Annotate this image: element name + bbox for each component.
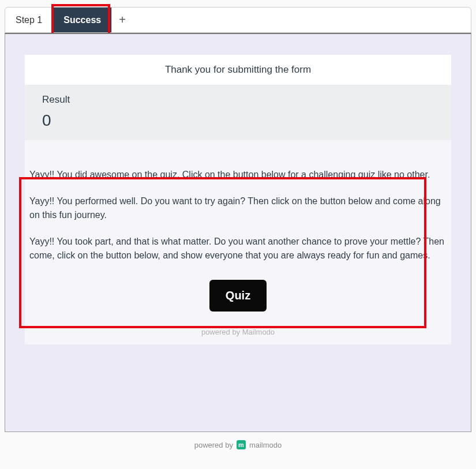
message-high-score: Yayy!! You did awesome on the quiz. Clic…: [29, 168, 447, 182]
thankyou-message: Thank you for submitting the form: [25, 55, 451, 85]
tabs-row: Step 1 Success +: [5, 7, 471, 33]
message-low-score: Yayy!! You took part, and that is what m…: [29, 235, 447, 262]
result-value: 0: [42, 111, 434, 130]
spacer: [25, 140, 451, 156]
result-messages: Yayy!! You did awesome on the quiz. Clic…: [25, 156, 451, 274]
footer-brand: mailmodo: [249, 441, 282, 449]
form-preview: Thank you for submitting the form Result…: [25, 55, 451, 344]
quiz-button-row: Quiz: [25, 280, 451, 312]
mailmodo-logo-icon: m: [237, 440, 246, 449]
footer-prefix: powered by: [194, 441, 233, 449]
footer: powered by m mailmodo: [0, 440, 476, 449]
tab-success[interactable]: Success: [53, 7, 112, 32]
message-mid-score: Yayy!! You performed well. Do you want t…: [29, 194, 447, 222]
result-label: Result: [42, 94, 434, 106]
tab-step-1[interactable]: Step 1: [5, 7, 53, 32]
plus-icon: +: [119, 13, 126, 27]
editor-canvas: Thank you for submitting the form Result…: [5, 33, 471, 432]
powered-by-inline: powered by Mailmodo: [25, 328, 451, 344]
result-block: Result 0: [25, 85, 451, 140]
quiz-button[interactable]: Quiz: [209, 280, 267, 312]
add-tab-button[interactable]: +: [112, 7, 133, 32]
